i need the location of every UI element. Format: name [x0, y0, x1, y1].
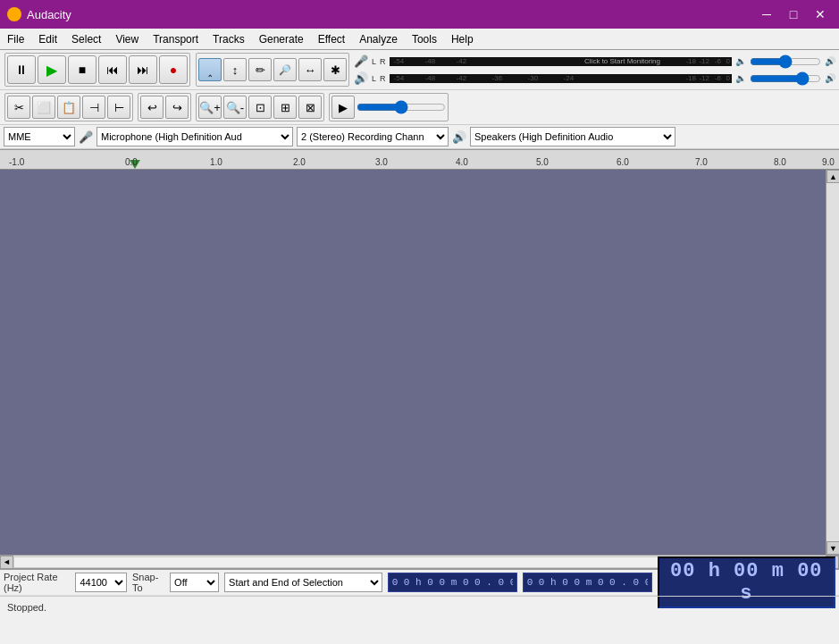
mic-label-r: R — [380, 57, 386, 66]
mic-device-select[interactable]: Microphone (High Definition Aud — [96, 127, 293, 146]
menu-analyze[interactable]: Analyze — [352, 29, 405, 49]
snap-to-label: Snap-To — [132, 572, 164, 593]
transport-toolbar: ⏸ ▶ ■ ⏮ ⏭ ● — [4, 53, 190, 87]
skip-end-button[interactable]: ⏭ — [129, 55, 157, 84]
play-button[interactable]: ▶ — [38, 55, 66, 84]
ruler-label-7: 7.0 — [695, 157, 708, 167]
edit-toolbar-row: ✂ ⬜ 📋 ⊣ ⊢ ↩ ↪ 🔍+ 🔍- ⊡ ⊞ ⊠ ▶ — [0, 90, 839, 125]
play-speed-button[interactable]: ▶ — [331, 96, 355, 119]
menu-select[interactable]: Select — [64, 29, 108, 49]
speaker-device-icon: 🔊 — [452, 130, 466, 144]
project-rate-label: Project Rate (Hz) — [4, 572, 70, 593]
device-row: MME DirectSound WASAPI 🎤 Microphone (Hig… — [0, 125, 839, 149]
stop-button[interactable]: ■ — [68, 55, 96, 84]
project-rate-select[interactable]: 44100 22050 48000 — [75, 573, 127, 592]
play-speed-slider[interactable] — [357, 101, 446, 113]
menu-file[interactable]: File — [0, 29, 31, 49]
select-tool-button[interactable]: ‸ — [198, 58, 222, 81]
ruler-label-3: 3.0 — [375, 157, 388, 167]
undo-button[interactable]: ↩ — [140, 96, 164, 119]
ruler-label-0: 0.0 — [125, 157, 138, 167]
draw-tool-button[interactable]: ✏ — [248, 58, 272, 81]
zoom-out-button[interactable]: 🔍- — [223, 96, 247, 119]
mic-label-l: L — [372, 57, 376, 66]
slide-tool-button[interactable]: ↔ — [298, 58, 322, 81]
selection-end-field[interactable] — [523, 573, 652, 592]
spk-label-r: R — [380, 74, 386, 83]
ruler-label-4: 4.0 — [456, 157, 468, 167]
selection-start-field[interactable] — [388, 573, 517, 592]
skip-start-button[interactable]: ⏮ — [98, 55, 127, 84]
status-bar: Project Rate (Hz) 44100 22050 48000 Snap… — [0, 568, 839, 644]
scroll-down-button[interactable]: ▼ — [826, 541, 839, 555]
menu-tracks[interactable]: Tracks — [206, 29, 252, 49]
monitoring-label: Click to Start Monitoring — [584, 57, 660, 65]
mic-row: 🎤 L R -54 -48 -42 Click to Start Monitor… — [354, 54, 835, 70]
menu-edit[interactable]: Edit — [31, 29, 64, 49]
volume-max-icon: 🔊 — [825, 56, 835, 66]
paste-button[interactable]: 📋 — [57, 96, 80, 119]
app-title: Audacity — [27, 8, 755, 21]
maximize-button[interactable]: □ — [782, 5, 805, 23]
multi-tool-button[interactable]: ✱ — [323, 58, 347, 81]
ruler-label-8: 8.0 — [774, 157, 786, 167]
menu-effect[interactable]: Effect — [311, 29, 352, 49]
input-volume-slider[interactable] — [750, 55, 821, 68]
selection-format-select[interactable]: Start and End of Selection Start and Len… — [224, 573, 382, 592]
menu-view[interactable]: View — [108, 29, 146, 49]
zoom-tools: 🔍+ 🔍- ⊡ ⊞ ⊠ — [196, 93, 324, 121]
ruler: -1.0 0.0 1.0 2.0 3.0 4.0 5.0 6.0 7.0 8.0… — [0, 150, 839, 170]
app-icon — [7, 7, 21, 21]
track-area-wrapper: ▲ ▼ — [0, 170, 839, 555]
ruler-label-2: 2.0 — [293, 157, 306, 167]
undo-redo-tools: ↩ ↪ — [138, 93, 191, 121]
zoom-fit-button[interactable]: ⊞ — [273, 96, 297, 119]
scroll-up-button[interactable]: ▲ — [826, 170, 839, 183]
playback-volume-max-icon: 🔊 — [825, 73, 835, 83]
edit-tools: ✂ ⬜ 📋 ⊣ ⊢ — [4, 93, 133, 121]
snap-to-select[interactable]: Off Nearest Prior — [170, 573, 219, 592]
playback-volume-min-icon: 🔈 — [735, 73, 746, 83]
menu-generate[interactable]: Generate — [252, 29, 311, 49]
playback-volume-slider[interactable] — [750, 72, 821, 85]
vertical-scrollbar[interactable]: ▲ ▼ — [826, 170, 839, 555]
playspeed-tools: ▶ — [329, 93, 449, 121]
vu-area: 🎤 L R -54 -48 -42 Click to Start Monitor… — [354, 52, 835, 88]
scroll-track — [826, 183, 839, 541]
spk-label-l: L — [372, 74, 376, 83]
redo-button[interactable]: ↪ — [165, 96, 189, 119]
menu-bar: File Edit Select View Transport Tracks G… — [0, 29, 839, 50]
record-button[interactable]: ● — [159, 55, 188, 84]
speaker-icon: 🔊 — [354, 71, 368, 85]
ruler-label-5: 5.0 — [536, 157, 549, 167]
play-meter-container: -54 -48 -42 -36 -30 -24 -18 -12 -6 0 — [390, 74, 732, 83]
cut-button[interactable]: ✂ — [7, 96, 30, 119]
status-text: Stopped. — [7, 602, 46, 613]
silence-button[interactable]: ⊢ — [107, 96, 130, 119]
scroll-left-button[interactable]: ◄ — [0, 556, 13, 569]
menu-tools[interactable]: Tools — [405, 29, 444, 49]
pause-button[interactable]: ⏸ — [7, 55, 36, 84]
trim-button[interactable]: ⊣ — [82, 96, 105, 119]
minimize-button[interactable]: ─ — [755, 5, 778, 23]
menu-transport[interactable]: Transport — [146, 29, 206, 49]
zoom-in-button[interactable]: 🔍+ — [198, 96, 222, 119]
speaker-device-select[interactable]: Speakers (High Definition Audio — [470, 127, 675, 146]
volume-min-icon: 🔈 — [735, 56, 746, 66]
zoom-fit2-button[interactable]: ⊠ — [298, 96, 322, 119]
zoom-tool-button[interactable]: 🔎 — [273, 58, 297, 81]
channels-select[interactable]: 2 (Stereo) Recording Chann 1 (Mono) Reco… — [297, 127, 449, 146]
tools-toolbar: ‸ ↕ ✏ 🔎 ↔ ✱ — [196, 53, 349, 87]
mic-icon: 🎤 — [354, 54, 368, 68]
copy-button[interactable]: ⬜ — [32, 96, 55, 119]
envelope-tool-button[interactable]: ↕ — [223, 58, 247, 81]
speaker-row: 🔊 L R -54 -48 -42 -36 -30 -24 -18 -12 -6… — [354, 71, 835, 87]
ruler-label-1: 1.0 — [210, 157, 222, 167]
close-button[interactable]: ✕ — [809, 5, 832, 23]
menu-help[interactable]: Help — [444, 29, 481, 49]
toolbar-area: ⏸ ▶ ■ ⏮ ⏭ ● — [0, 50, 839, 150]
status-text-row: Stopped. — [0, 596, 839, 617]
zoom-sel-button[interactable]: ⊡ — [248, 96, 272, 119]
host-select[interactable]: MME DirectSound WASAPI — [4, 127, 75, 146]
ruler-label-6: 6.0 — [617, 157, 629, 167]
